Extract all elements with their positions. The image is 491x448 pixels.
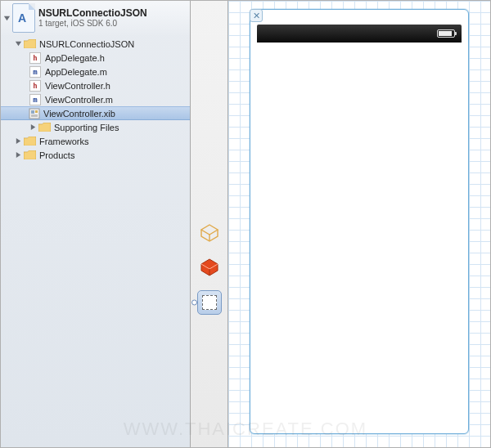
folder-icon (38, 123, 51, 132)
file-label: ViewController.h (45, 81, 110, 91)
tree-file[interactable]: h AppDelegate.h (1, 51, 190, 65)
tree-file[interactable]: m ViewController.m (1, 92, 190, 106)
ios-statusbar (257, 25, 462, 43)
disclosure-open-icon[interactable] (14, 40, 22, 48)
svg-marker-7 (16, 138, 20, 144)
svg-marker-6 (30, 124, 34, 130)
svg-marker-8 (16, 152, 20, 158)
project-header[interactable]: NSURLConnectioJSON 1 target, iOS SDK 6.0 (1, 1, 190, 35)
impl-file-icon: m (29, 93, 42, 106)
header-file-icon: h (29, 52, 42, 65)
folder-icon (24, 150, 36, 160)
placeholder-cube-icon[interactable] (198, 222, 221, 244)
close-handle-icon[interactable]: ✕ (250, 9, 263, 22)
group-label: Products (39, 150, 74, 160)
svg-rect-5 (31, 114, 38, 117)
disclosure-closed-icon[interactable] (14, 137, 22, 146)
tree-group[interactable]: NSURLConnectioJSON (1, 37, 190, 51)
battery-icon (437, 29, 455, 38)
svg-marker-9 (201, 225, 218, 235)
outlet-dot-icon (191, 300, 197, 306)
file-label: AppDelegate.m (45, 67, 107, 77)
group-label: Supporting Files (54, 123, 119, 132)
group-label: NSURLConnectioJSON (39, 39, 134, 49)
disclosure-closed-icon[interactable] (29, 123, 37, 132)
tree-file-selected[interactable]: ViewController.xib (1, 106, 190, 120)
tree-group[interactable]: Products (1, 148, 190, 162)
svg-marker-1 (15, 42, 20, 46)
file-tree: NSURLConnectioJSON h AppDelegate.h m App… (1, 35, 190, 162)
project-title: NSURLConnectioJSON (38, 7, 147, 19)
disclosure-open-icon[interactable] (2, 14, 11, 22)
folder-icon (24, 39, 36, 49)
device-view-frame[interactable]: ✕ (250, 9, 469, 434)
tree-file[interactable]: h ViewController.h (1, 78, 190, 92)
tree-file[interactable]: m AppDelegate.m (1, 65, 190, 78)
document-outline-strip (191, 1, 228, 447)
file-label: ViewController.m (45, 95, 113, 105)
svg-rect-4 (35, 110, 38, 113)
files-owner-cube-icon[interactable] (198, 256, 221, 279)
group-label: Frameworks (39, 137, 89, 146)
xcode-project-icon (12, 3, 35, 33)
svg-marker-0 (3, 16, 9, 20)
header-file-icon: h (29, 79, 42, 92)
folder-icon (24, 137, 36, 146)
interface-builder-canvas[interactable]: ✕ (228, 1, 490, 447)
view-object-icon[interactable] (197, 290, 222, 315)
tree-group[interactable]: Supporting Files (1, 120, 190, 134)
project-navigator: NSURLConnectioJSON 1 target, iOS SDK 6.0… (1, 1, 191, 447)
project-subtitle: 1 target, iOS SDK 6.0 (38, 19, 147, 29)
xcode-window: NSURLConnectioJSON 1 target, iOS SDK 6.0… (0, 0, 491, 448)
xib-file-icon (29, 108, 40, 119)
file-label: ViewController.xib (43, 109, 115, 119)
tree-group[interactable]: Frameworks (1, 134, 190, 148)
svg-rect-3 (31, 110, 34, 114)
disclosure-closed-icon[interactable] (14, 151, 22, 159)
impl-file-icon: m (29, 65, 42, 78)
file-label: AppDelegate.h (45, 53, 105, 63)
